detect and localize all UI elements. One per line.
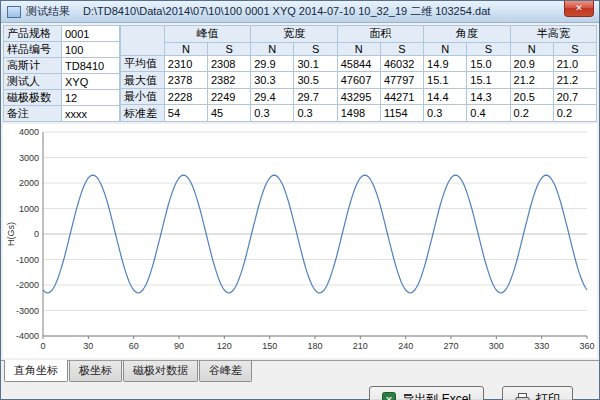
svg-text:-3000: -3000 xyxy=(16,306,39,316)
stats-cell: 0.2 xyxy=(510,105,553,122)
stats-sub-header: S xyxy=(208,42,251,55)
svg-text:210: 210 xyxy=(353,341,368,351)
info-label: 备注 xyxy=(4,106,62,122)
svg-text:-1000: -1000 xyxy=(16,255,39,265)
info-label: 产品规格 xyxy=(4,26,62,42)
info-label: 高斯计 xyxy=(4,58,62,74)
stats-cell: 20.7 xyxy=(553,88,596,105)
summary-tables: 产品规格0001 样品编号100 高斯计TD8410 测试人XYQ 磁极极数12… xyxy=(1,23,599,122)
info-value: 0001 xyxy=(62,26,120,42)
printer-icon xyxy=(515,393,530,400)
stats-cell: 29.4 xyxy=(251,88,294,105)
stats-cell: 43295 xyxy=(337,88,380,105)
stats-sub-header: S xyxy=(294,42,337,55)
tab-valley-peak-diff[interactable]: 谷峰差 xyxy=(199,361,252,382)
table-row: 标准差 54 45 0.3 0.3 1498 1154 0.3 0.4 0.2 … xyxy=(121,105,597,122)
tab-cartesian[interactable]: 直角坐标 xyxy=(4,360,68,382)
stats-cell: 2249 xyxy=(208,88,251,105)
stats-sub-header: N xyxy=(164,42,207,55)
stats-cell: 15.1 xyxy=(467,72,510,89)
info-label: 磁极极数 xyxy=(4,90,62,106)
table-row: 样品编号100 xyxy=(4,42,120,58)
tab-polar[interactable]: 极坐标 xyxy=(69,361,122,382)
export-excel-button[interactable]: X 导出到 Excel xyxy=(369,386,484,400)
svg-text:120: 120 xyxy=(217,341,232,351)
stats-sub-header: S xyxy=(553,42,596,55)
info-value: 12 xyxy=(62,90,120,106)
stats-cell: 30.1 xyxy=(294,55,337,72)
window-title: 测试结果 xyxy=(26,4,70,19)
svg-text:4000: 4000 xyxy=(19,127,39,137)
svg-text:180: 180 xyxy=(307,341,322,351)
stats-cell: 15.1 xyxy=(424,72,467,89)
table-row: 备注xxxx xyxy=(4,106,120,122)
stats-sub-header: S xyxy=(467,42,510,55)
stats-cell: 0.3 xyxy=(251,105,294,122)
stats-cell: 45844 xyxy=(337,55,380,72)
stats-sub-header: N xyxy=(424,42,467,55)
info-value: xxxx xyxy=(62,106,120,122)
stats-cell: 21.0 xyxy=(553,55,596,72)
info-label: 样品编号 xyxy=(4,42,62,58)
svg-text:150: 150 xyxy=(262,341,277,351)
stats-cell: 0.3 xyxy=(424,105,467,122)
table-row: 最小值 2228 2249 29.4 29.7 43295 44271 14.4… xyxy=(121,88,597,105)
stats-table: 峰值 宽度 面积 角度 半高宽 N S N S N S N S N S 平均值 … xyxy=(120,25,597,122)
table-row: 磁极极数12 xyxy=(4,90,120,106)
tab-bar: 直角坐标 极坐标 磁极对数据 谷峰差 xyxy=(1,360,599,380)
svg-text:330: 330 xyxy=(534,341,549,351)
stats-cell: 47797 xyxy=(380,72,423,89)
svg-text:270: 270 xyxy=(443,341,458,351)
close-button[interactable]: ✕ xyxy=(564,1,594,17)
titlebar[interactable]: 测试结果 D:\TD8410\Data\2014\07\10\100 0001 … xyxy=(1,1,599,23)
stats-cell: 20.5 xyxy=(510,88,553,105)
app-icon xyxy=(7,6,21,18)
svg-text:0: 0 xyxy=(40,341,45,351)
svg-text:90: 90 xyxy=(174,341,184,351)
stats-cell: 2228 xyxy=(164,88,207,105)
svg-text:30: 30 xyxy=(83,341,93,351)
stats-cell: 47607 xyxy=(337,72,380,89)
stats-row-label: 标准差 xyxy=(121,105,165,122)
stats-sub-header: N xyxy=(510,42,553,55)
stats-cell: 0.4 xyxy=(467,105,510,122)
stats-cell: 30.3 xyxy=(251,72,294,89)
print-button[interactable]: 打印 xyxy=(502,386,573,400)
info-value: TD8410 xyxy=(62,58,120,74)
stats-cell: 30.5 xyxy=(294,72,337,89)
stats-cell: 21.2 xyxy=(510,72,553,89)
stats-group-header: 角度 xyxy=(424,26,510,43)
svg-text:60: 60 xyxy=(129,341,139,351)
svg-text:3000: 3000 xyxy=(19,153,39,163)
stats-cell: 46032 xyxy=(380,55,423,72)
svg-text:360: 360 xyxy=(579,341,594,351)
stats-cell: 29.7 xyxy=(294,88,337,105)
bottom-button-bar: X 导出到 Excel 打印 xyxy=(1,380,599,400)
stats-group-header: 宽度 xyxy=(251,26,337,43)
info-label: 测试人 xyxy=(4,74,62,90)
table-row: 最大值 2378 2382 30.3 30.5 47607 47797 15.1… xyxy=(121,72,597,89)
stats-corner-cell xyxy=(121,26,165,56)
table-row: 测试人XYQ xyxy=(4,74,120,90)
stats-cell: 14.4 xyxy=(424,88,467,105)
stats-row-label: 最小值 xyxy=(121,88,165,105)
svg-text:X: X xyxy=(386,395,392,400)
stats-cell: 44271 xyxy=(380,88,423,105)
svg-text:0: 0 xyxy=(34,229,39,239)
stats-cell: 0.2 xyxy=(553,105,596,122)
stats-group-header: 峰值 xyxy=(164,26,250,43)
svg-text:1000: 1000 xyxy=(19,204,39,214)
stats-cell: 2382 xyxy=(208,72,251,89)
svg-text:300: 300 xyxy=(489,341,504,351)
table-row: 平均值 2310 2308 29.9 30.1 45844 46032 14.9… xyxy=(121,55,597,72)
svg-text:-4000: -4000 xyxy=(16,331,39,341)
info-value: 100 xyxy=(62,42,120,58)
chart-area: 40003000200010000-1000-2000-3000-4000030… xyxy=(3,124,597,358)
svg-text:240: 240 xyxy=(398,341,413,351)
stats-cell: 1154 xyxy=(380,105,423,122)
stats-cell: 29.9 xyxy=(251,55,294,72)
stats-group-header: 半高宽 xyxy=(510,26,596,43)
stats-cell: 1498 xyxy=(337,105,380,122)
tab-pole-pair-data[interactable]: 磁极对数据 xyxy=(123,361,198,382)
stats-row-label: 最大值 xyxy=(121,72,165,89)
